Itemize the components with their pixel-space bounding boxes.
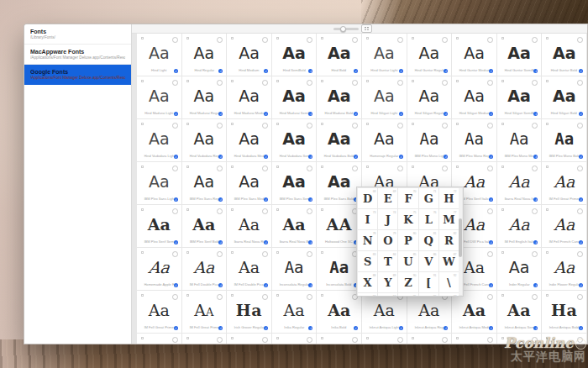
font-card[interactable]: Aa Inknut Antiqua Light i — [362, 291, 407, 333]
font-select-radio[interactable] — [397, 123, 403, 129]
character-tile[interactable]: \ 92 — [439, 272, 459, 292]
font-info-button[interactable]: i — [399, 326, 403, 330]
font-card[interactable]: Aa IM Fell Double Pica Regular i — [227, 248, 271, 290]
font-info-button[interactable]: i — [533, 326, 538, 330]
character-tile[interactable]: M 77 — [439, 209, 459, 229]
character-tile[interactable]: Z 90 — [398, 272, 417, 292]
sidebar-item-fonts[interactable]: Fonts /Library/Fonts/ — [24, 24, 131, 45]
font-card[interactable]: Aa Hind Siliguri Bold i — [542, 76, 586, 118]
font-card[interactable]: Aa Hind Regular i — [182, 34, 227, 76]
font-select-radio[interactable] — [577, 294, 583, 300]
font-info-button[interactable]: i — [354, 112, 358, 116]
font-info-button[interactable]: i — [489, 326, 493, 330]
font-select-radio[interactable] — [217, 80, 223, 86]
font-card[interactable]: Aa IBM Plex Mono Light i — [407, 119, 452, 161]
font-info-button[interactable]: i — [533, 112, 538, 116]
font-info-button[interactable]: i — [444, 155, 448, 159]
font-card[interactable]: Aa Hind Siliguri SemiBold i — [497, 76, 542, 118]
font-select-radio[interactable] — [217, 166, 223, 171]
font-select-radio[interactable] — [217, 123, 223, 129]
charmap-scrollbar[interactable] — [459, 188, 462, 295]
font-info-button[interactable]: i — [308, 112, 312, 116]
font-card[interactable]: Aa Inria Serif Light i — [272, 334, 317, 344]
font-select-radio[interactable] — [442, 166, 448, 171]
character-tile[interactable]: V 86 — [419, 251, 438, 271]
font-card[interactable]: Aa Hind Bold i — [317, 34, 361, 76]
font-select-radio[interactable] — [217, 37, 223, 43]
font-info-button[interactable]: i — [579, 112, 583, 116]
font-card[interactable]: Aa IM Fell English Italic i — [497, 205, 542, 247]
font-info-button[interactable]: i — [489, 69, 493, 73]
font-card[interactable]: Aa Hind Guntur Regular i — [407, 34, 452, 76]
character-tile[interactable]: K 75 — [398, 209, 417, 229]
font-card[interactable]: Aa Hind Guntur Medium i — [452, 34, 496, 76]
font-card[interactable]: Aa IBM Plex Sans Light i — [137, 162, 181, 204]
font-card[interactable]: Aa Inconsolata Bold i — [317, 248, 361, 290]
font-select-radio[interactable] — [577, 337, 583, 343]
character-tile[interactable]: J 74 — [378, 209, 397, 229]
font-info-button[interactable]: i — [308, 155, 312, 159]
font-select-radio[interactable] — [307, 337, 312, 343]
font-select-radio[interactable] — [307, 123, 312, 129]
font-info-button[interactable]: i — [489, 240, 493, 244]
character-tile[interactable]: I 73 — [358, 209, 377, 229]
font-select-radio[interactable] — [352, 337, 358, 343]
font-select-radio[interactable] — [352, 37, 358, 43]
font-select-radio[interactable] — [442, 123, 448, 129]
font-select-radio[interactable] — [307, 37, 312, 43]
font-info-button[interactable]: i — [533, 69, 538, 73]
font-info-button[interactable]: i — [218, 283, 223, 287]
font-select-radio[interactable] — [577, 123, 583, 129]
character-tile[interactable]: [ 91 — [419, 272, 438, 292]
font-card[interactable]: Ha Inknut Antiqua Bold i — [542, 291, 586, 333]
font-card[interactable]: Aa Hind Siliguri Regular i — [407, 76, 452, 118]
font-select-radio[interactable] — [217, 208, 223, 214]
font-select-radio[interactable] — [262, 123, 268, 129]
character-tile[interactable]: a 97 — [439, 293, 459, 297]
font-card[interactable]: Aa Inria Serif Regular i — [317, 334, 361, 344]
font-select-radio[interactable] — [577, 37, 583, 43]
font-card[interactable]: Aa IBM Plex Mono Bold i — [542, 119, 586, 161]
font-card[interactable]: Aa Inder Regular i — [497, 248, 542, 290]
font-card[interactable]: Aa Homemade Apple Regular i — [137, 248, 181, 290]
font-info-button[interactable]: i — [399, 69, 403, 73]
font-select-radio[interactable] — [262, 337, 268, 343]
font-info-button[interactable]: i — [489, 112, 493, 116]
font-info-button[interactable]: i — [218, 326, 223, 330]
font-card[interactable]: Aa Ibarra Real Nova Bold i — [272, 205, 317, 247]
font-info-button[interactable]: i — [308, 283, 312, 287]
character-tile[interactable]: _ 95 — [398, 293, 417, 297]
font-select-radio[interactable] — [172, 123, 178, 129]
font-card[interactable]: Aa IM Fell Double Pica Italic i — [182, 248, 227, 290]
font-card[interactable]: Aa Hind Madurai Regular i — [182, 76, 227, 118]
font-info-button[interactable]: i — [399, 112, 403, 116]
font-select-radio[interactable] — [532, 166, 538, 171]
font-info-button[interactable]: i — [174, 326, 178, 330]
font-select-radio[interactable] — [262, 208, 268, 214]
character-tile[interactable]: S 83 — [358, 251, 377, 271]
font-select-radio[interactable] — [487, 294, 493, 300]
font-card[interactable]: Aa Hind SemiBold i — [272, 34, 317, 76]
font-select-radio[interactable] — [172, 251, 178, 257]
font-card[interactable]: Aa Hind Medium i — [227, 34, 271, 76]
font-card[interactable]: Aa Inknut Antiqua Medium i — [452, 291, 496, 333]
font-select-radio[interactable] — [442, 337, 448, 343]
font-info-button[interactable]: i — [174, 197, 178, 202]
character-tile[interactable]: L 76 — [419, 209, 438, 229]
character-tile[interactable]: G 71 — [419, 188, 438, 208]
character-tile[interactable]: N 78 — [358, 230, 377, 250]
font-info-button[interactable]: i — [533, 197, 538, 202]
font-card[interactable]: Aa Inter Thin i — [407, 334, 452, 344]
font-info-button[interactable]: i — [218, 69, 223, 73]
font-card[interactable]: Aa Indie Flower Regular i — [542, 248, 586, 290]
font-card[interactable]: Aa Inria Sans Bold i — [227, 334, 271, 344]
font-select-radio[interactable] — [487, 123, 493, 129]
font-select-radio[interactable] — [397, 37, 403, 43]
font-info-button[interactable]: i — [354, 326, 358, 330]
character-tile[interactable]: ] 93 — [358, 293, 377, 297]
font-select-radio[interactable] — [532, 80, 538, 86]
font-select-radio[interactable] — [487, 251, 493, 257]
font-select-radio[interactable] — [532, 123, 538, 129]
character-tile[interactable]: P 80 — [398, 230, 417, 250]
font-select-radio[interactable] — [217, 251, 223, 257]
